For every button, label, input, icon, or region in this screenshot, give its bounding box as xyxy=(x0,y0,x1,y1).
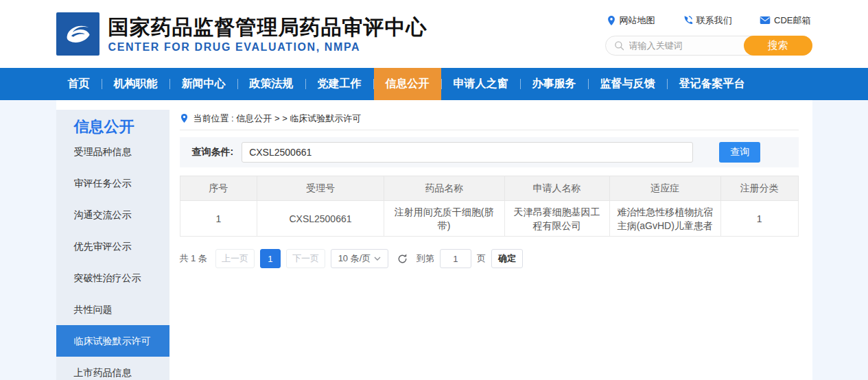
sidebar-item-accepted-varieties[interactable]: 受理品种信息 xyxy=(56,136,169,167)
sidebar-item-marketed-drugs[interactable]: 上市药品信息 xyxy=(56,357,169,380)
goto-label: 到第 xyxy=(417,252,434,265)
nav-item-functions[interactable]: 机构职能 xyxy=(102,68,169,100)
site-search: 搜索 xyxy=(605,36,812,56)
cell-indication: 难治性急性移植物抗宿主病(aGvHD)儿童患者 xyxy=(609,201,720,237)
page-number-1[interactable]: 1 xyxy=(260,249,281,268)
nav-item-supervision-feedback[interactable]: 监督与反馈 xyxy=(589,68,667,100)
main-area: 信息公开 受理品种信息 审评任务公示 沟通交流公示 优先审评公示 突破性治疗公示… xyxy=(56,100,812,380)
sidebar-item-breakthrough-therapy[interactable]: 突破性治疗公示 xyxy=(56,262,169,294)
col-header-applicant: 申请人名称 xyxy=(504,176,609,201)
col-header-index: 序号 xyxy=(180,176,257,201)
table-header-row: 序号 受理号 药品名称 申请人名称 适应症 注册分类 xyxy=(180,176,798,201)
page-size-value: 10 条/页 xyxy=(338,252,371,265)
sidebar-item-priority-review[interactable]: 优先审评公示 xyxy=(56,230,169,262)
contact-link[interactable]: 联系我们 xyxy=(683,14,732,27)
site-subtitle: CENTER FOR DRUG EVALUATION, NMPA xyxy=(108,41,427,54)
nav-item-applicant-window[interactable]: 申请人之窗 xyxy=(442,68,520,100)
nav-item-registration-platform[interactable]: 登记备案平台 xyxy=(668,68,757,100)
goto-page-input[interactable] xyxy=(440,249,471,268)
page-size-select[interactable]: 10 条/页 xyxy=(331,249,388,268)
main-nav: 首页 机构职能 新闻中心 政策法规 党建工作 信息公开 申请人之窗 办事服务 监… xyxy=(0,68,868,100)
pagination: 共 1 条 上一页 1 下一页 10 条/页 到第 页 确定 xyxy=(180,249,799,268)
goto-confirm-button[interactable]: 确定 xyxy=(491,249,523,268)
search-input[interactable] xyxy=(629,40,739,51)
query-input[interactable] xyxy=(242,142,693,163)
content-panel: 当前位置 : 信息公开 > > 临床试验默示许可 查询条件: 查询 序号 受理号… xyxy=(169,110,812,380)
cell-registration-class: 1 xyxy=(720,201,798,237)
goto-unit: 页 xyxy=(477,252,486,265)
brand-text: 国家药品监督管理局药品审评中心 CENTER FOR DRUG EVALUATI… xyxy=(108,15,427,54)
table-row: 1 CXSL2500661 注射用间充质干细胞(脐带) 天津昂赛细胞基因工程有限… xyxy=(180,201,798,237)
sitemap-label: 网站地图 xyxy=(620,14,655,27)
query-label: 查询条件: xyxy=(192,146,234,158)
magnifier-icon xyxy=(614,40,624,51)
nav-item-news[interactable]: 新闻中心 xyxy=(170,68,237,100)
sidebar-item-clinical-trial-implied-license[interactable]: 临床试验默示许可 xyxy=(56,325,169,357)
phone-icon xyxy=(683,15,693,25)
col-header-acceptance-no: 受理号 xyxy=(257,176,384,201)
sidebar: 信息公开 受理品种信息 审评任务公示 沟通交流公示 优先审评公示 突破性治疗公示… xyxy=(56,110,169,380)
brand: 国家药品监督管理局药品审评中心 CENTER FOR DRUG EVALUATI… xyxy=(56,12,427,56)
search-button[interactable]: 搜索 xyxy=(744,36,812,56)
contact-label: 联系我们 xyxy=(696,14,732,27)
sidebar-title: 信息公开 xyxy=(56,110,169,136)
nav-item-home[interactable]: 首页 xyxy=(56,68,102,100)
next-page-button[interactable]: 下一页 xyxy=(286,249,325,268)
chevron-down-icon xyxy=(374,257,381,261)
cell-acceptance-no: CXSL2500661 xyxy=(257,201,384,237)
cde-mail-label: CDE邮箱 xyxy=(774,14,810,27)
refresh-icon[interactable] xyxy=(397,253,408,265)
cell-applicant: 天津昂赛细胞基因工程有限公司 xyxy=(504,201,609,237)
prev-page-button[interactable]: 上一页 xyxy=(215,249,255,268)
envelope-icon xyxy=(760,16,771,25)
cde-mail-link[interactable]: CDE邮箱 xyxy=(760,14,810,27)
location-pin-icon xyxy=(180,113,189,123)
quick-links: 网站地图 联系我们 CDE邮箱 xyxy=(605,14,812,27)
sidebar-item-review-tasks[interactable]: 审评任务公示 xyxy=(56,167,169,199)
cell-index: 1 xyxy=(180,201,257,237)
results-table: 序号 受理号 药品名称 申请人名称 适应症 注册分类 1 CXSL2500661… xyxy=(180,176,799,237)
col-header-registration-class: 注册分类 xyxy=(720,176,798,201)
cell-drug-name: 注射用间充质干细胞(脐带) xyxy=(384,201,504,237)
sidebar-item-common-issues[interactable]: 共性问题 xyxy=(56,294,169,325)
location-pin-icon xyxy=(607,15,616,26)
sidebar-item-communication[interactable]: 沟通交流公示 xyxy=(56,199,169,230)
breadcrumb-text: 当前位置 : 信息公开 > > 临床试验默示许可 xyxy=(193,112,362,125)
cde-logo-swoosh-icon xyxy=(62,19,93,50)
site-title: 国家药品监督管理局药品审评中心 xyxy=(108,15,427,40)
nav-item-info-disclosure[interactable]: 信息公开 xyxy=(374,68,441,100)
query-bar: 查询条件: 查询 xyxy=(180,137,799,167)
col-header-indication: 适应症 xyxy=(609,176,720,201)
col-header-drug-name: 药品名称 xyxy=(384,176,504,201)
query-button[interactable]: 查询 xyxy=(719,142,760,163)
nav-item-services[interactable]: 办事服务 xyxy=(521,68,588,100)
total-count: 共 1 条 xyxy=(180,252,207,265)
nav-item-party-building[interactable]: 党建工作 xyxy=(306,68,373,100)
breadcrumb: 当前位置 : 信息公开 > > 临床试验默示许可 xyxy=(180,110,799,130)
nav-item-policies[interactable]: 政策法规 xyxy=(238,68,305,100)
sitemap-link[interactable]: 网站地图 xyxy=(607,14,655,27)
cde-logo[interactable] xyxy=(56,12,99,56)
site-header: 国家药品监督管理局药品审评中心 CENTER FOR DRUG EVALUATI… xyxy=(0,0,868,68)
